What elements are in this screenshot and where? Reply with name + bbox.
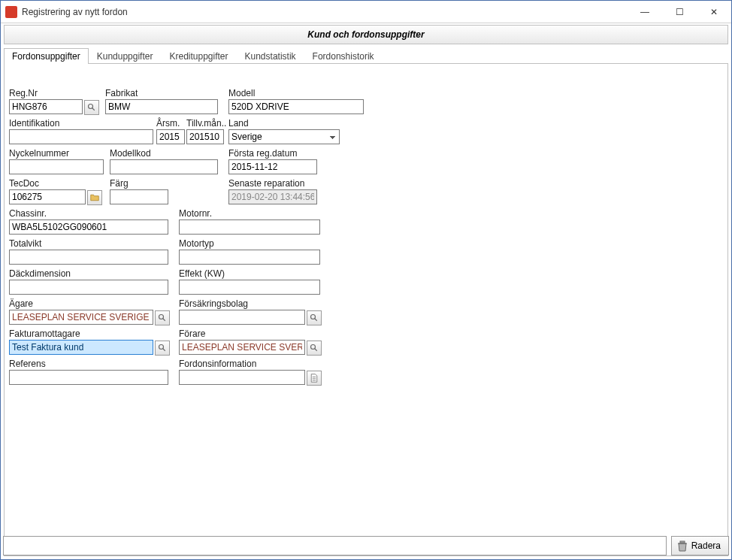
app-icon bbox=[5, 6, 17, 18]
dack-input[interactable] bbox=[9, 280, 168, 295]
status-field[interactable] bbox=[3, 536, 667, 555]
fabrikat-input[interactable] bbox=[105, 99, 218, 114]
fordonsinfo-input[interactable] bbox=[179, 370, 305, 385]
arsm-input[interactable] bbox=[156, 129, 185, 144]
agare-label: Ägare bbox=[9, 298, 168, 309]
svg-point-8 bbox=[311, 345, 316, 350]
tillv-input[interactable] bbox=[186, 129, 224, 144]
identifikation-input[interactable] bbox=[9, 129, 153, 144]
window-controls: — ☐ ✕ bbox=[628, 1, 731, 23]
modellkod-label: Modellkod bbox=[110, 148, 218, 159]
chassi-label: Chassinr. bbox=[9, 208, 168, 219]
farg-label: Färg bbox=[110, 178, 168, 189]
forare-lookup-button[interactable] bbox=[307, 341, 322, 356]
search-icon bbox=[158, 344, 167, 353]
agare-lookup-button[interactable] bbox=[155, 310, 170, 325]
referens-input[interactable] bbox=[9, 370, 168, 385]
fabrikat-label: Fabrikat bbox=[105, 88, 218, 98]
close-button[interactable]: ✕ bbox=[697, 1, 731, 23]
svg-point-2 bbox=[159, 315, 164, 319]
svg-line-3 bbox=[163, 319, 165, 321]
regnr-input[interactable] bbox=[9, 99, 83, 114]
dack-label: Däckdimension bbox=[9, 268, 168, 279]
app-window: Registrering av nytt fordon — ☐ ✕ Kund o… bbox=[0, 0, 732, 560]
land-label: Land bbox=[228, 118, 340, 129]
nyckel-label: Nyckelnummer bbox=[9, 148, 104, 159]
forstareg-label: Första reg.datum bbox=[228, 148, 317, 159]
referens-label: Referens bbox=[9, 359, 168, 369]
tillv-label: Tillv.mån.. bbox=[186, 118, 224, 129]
tab-kredituppgifter[interactable]: Kredituppgifter bbox=[161, 48, 236, 64]
nyckel-input[interactable] bbox=[9, 159, 104, 174]
tab-kundstatistik[interactable]: Kundstatistik bbox=[237, 48, 304, 64]
page-title: Kund och fordonsuppgifter bbox=[307, 29, 424, 40]
modell-input[interactable] bbox=[228, 99, 364, 114]
effekt-input[interactable] bbox=[179, 280, 320, 295]
svg-point-4 bbox=[311, 315, 316, 319]
forare-input[interactable] bbox=[179, 340, 305, 355]
tab-content: Reg.Nr Fabrikat Modell Identifikation År… bbox=[4, 64, 728, 556]
totalvikt-input[interactable] bbox=[9, 250, 168, 265]
svg-rect-13 bbox=[680, 541, 685, 543]
arsm-label: Årsm. bbox=[156, 118, 185, 129]
delete-button[interactable]: Radera bbox=[671, 536, 729, 555]
fordonsinfo-label: Fordonsinformation bbox=[179, 359, 320, 369]
motornr-input[interactable] bbox=[179, 219, 320, 235]
farg-input[interactable] bbox=[110, 189, 168, 204]
forsakring-input[interactable] bbox=[179, 310, 305, 325]
footer-bar: Radera bbox=[3, 536, 729, 555]
window-title: Registrering av nytt fordon bbox=[22, 7, 628, 17]
svg-line-5 bbox=[315, 319, 317, 321]
land-select[interactable]: Sverige bbox=[228, 129, 340, 144]
tab-kunduppgifter[interactable]: Kunduppgifter bbox=[89, 48, 162, 64]
minimize-button[interactable]: — bbox=[628, 1, 662, 23]
search-icon bbox=[87, 103, 96, 112]
fordonsinfo-edit-button[interactable] bbox=[307, 371, 322, 386]
senrep-input bbox=[228, 189, 317, 204]
tab-strip: Fordonsuppgifter Kunduppgifter Kreditupp… bbox=[4, 47, 728, 64]
senrep-label: Senaste reparation bbox=[228, 178, 317, 189]
motornr-label: Motornr. bbox=[179, 208, 320, 219]
fakturamott-label: Fakturamottagare bbox=[9, 328, 168, 339]
regnr-label: Reg.Nr bbox=[9, 88, 98, 98]
agare-input[interactable] bbox=[9, 310, 153, 325]
page-header: Kund och fordonsuppgifter bbox=[4, 25, 728, 44]
tecdoc-lookup-button[interactable] bbox=[87, 190, 102, 205]
totalvikt-label: Totalvikt bbox=[9, 238, 168, 249]
svg-line-9 bbox=[315, 349, 317, 351]
modell-label: Modell bbox=[228, 88, 364, 98]
effekt-label: Effekt (KW) bbox=[179, 268, 320, 279]
tecdoc-label: TecDoc bbox=[9, 178, 104, 189]
titlebar: Registrering av nytt fordon — ☐ ✕ bbox=[1, 1, 731, 23]
chassi-input[interactable] bbox=[9, 219, 168, 235]
tab-fordonsuppgifter[interactable]: Fordonsuppgifter bbox=[4, 48, 89, 64]
maximize-button[interactable]: ☐ bbox=[662, 1, 697, 23]
trash-icon bbox=[676, 540, 688, 552]
svg-point-6 bbox=[159, 345, 164, 350]
modellkod-input[interactable] bbox=[110, 159, 218, 174]
fakturamott-lookup-button[interactable] bbox=[155, 341, 170, 356]
fakturamott-input[interactable] bbox=[9, 340, 153, 355]
identifikation-label: Identifikation bbox=[9, 118, 153, 129]
tab-fordonshistorik[interactable]: Fordonshistorik bbox=[304, 48, 383, 64]
regnr-lookup-button[interactable] bbox=[84, 100, 99, 115]
forsakring-lookup-button[interactable] bbox=[307, 310, 322, 325]
folder-icon bbox=[90, 193, 99, 202]
forare-label: Förare bbox=[179, 328, 320, 339]
document-icon bbox=[310, 374, 319, 383]
svg-line-1 bbox=[92, 108, 95, 110]
svg-point-0 bbox=[89, 104, 93, 109]
svg-line-7 bbox=[163, 349, 165, 351]
forsakring-label: Försäkringsbolag bbox=[179, 298, 320, 309]
tecdoc-input[interactable] bbox=[9, 189, 86, 204]
forstareg-input[interactable] bbox=[228, 159, 317, 174]
search-icon bbox=[310, 313, 319, 322]
motortyp-label: Motortyp bbox=[179, 238, 320, 249]
motortyp-input[interactable] bbox=[179, 250, 320, 265]
search-icon bbox=[310, 344, 319, 353]
delete-button-label: Radera bbox=[691, 540, 721, 551]
search-icon bbox=[158, 313, 167, 322]
